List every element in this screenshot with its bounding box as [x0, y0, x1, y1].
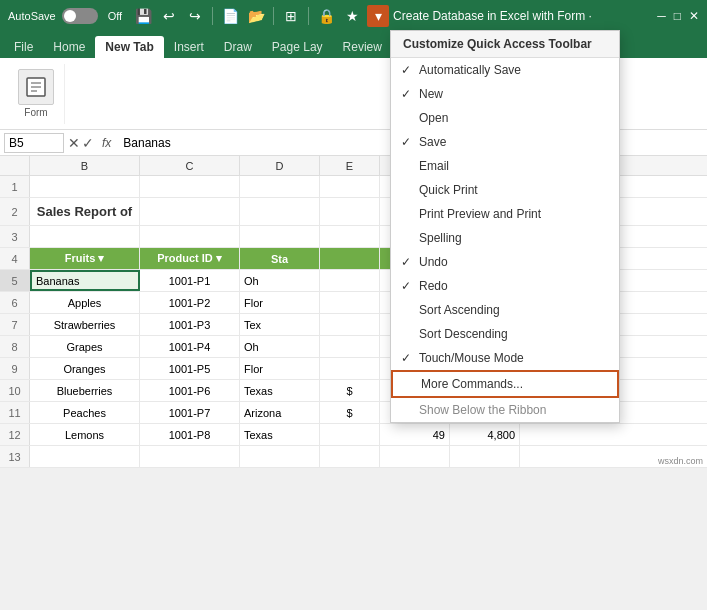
- cell-d5[interactable]: Oh: [240, 270, 320, 291]
- cell-b6[interactable]: Apples: [30, 292, 140, 313]
- menu-item-undo[interactable]: Undo: [391, 250, 619, 274]
- cell-e3[interactable]: [320, 226, 380, 247]
- menu-item-spelling[interactable]: Spelling: [391, 226, 619, 250]
- menu-item-autosave[interactable]: Automatically Save: [391, 58, 619, 82]
- open-icon[interactable]: 📂: [245, 5, 267, 27]
- menu-item-sortasc[interactable]: Sort Ascending: [391, 298, 619, 322]
- row-num-10: 10: [0, 380, 30, 401]
- cell-d11[interactable]: Arizona: [240, 402, 320, 423]
- col-header-e: E: [320, 156, 380, 175]
- cell-d1[interactable]: [240, 176, 320, 197]
- tab-newtab[interactable]: New Tab: [95, 36, 163, 58]
- cell-b12[interactable]: Lemons: [30, 424, 140, 445]
- menu-item-morecommands[interactable]: More Commands...: [391, 370, 619, 398]
- cell-b3[interactable]: [30, 226, 140, 247]
- redo-icon[interactable]: ↪: [184, 5, 206, 27]
- cell-d3[interactable]: [240, 226, 320, 247]
- cell-b1[interactable]: [30, 176, 140, 197]
- cell-e1[interactable]: [320, 176, 380, 197]
- confirm-formula-btn[interactable]: ✓: [82, 135, 94, 151]
- cell-e10[interactable]: $: [320, 380, 380, 401]
- menu-item-sortdesc[interactable]: Sort Descending: [391, 322, 619, 346]
- star-icon[interactable]: ★: [341, 5, 363, 27]
- cell-d12[interactable]: Texas: [240, 424, 320, 445]
- cell-d8[interactable]: Oh: [240, 336, 320, 357]
- tab-pagelayout[interactable]: Page Lay: [262, 36, 333, 58]
- menu-item-quickprint[interactable]: Quick Print: [391, 178, 619, 202]
- menu-item-redo[interactable]: Redo: [391, 274, 619, 298]
- save-icon[interactable]: 💾: [132, 5, 154, 27]
- cell-c9[interactable]: 1001-P5: [140, 358, 240, 379]
- tab-review[interactable]: Review: [333, 36, 392, 58]
- form-ribbon-icon[interactable]: [18, 69, 54, 105]
- cell-c11[interactable]: 1001-P7: [140, 402, 240, 423]
- cell-d9[interactable]: Flor: [240, 358, 320, 379]
- undo-icon[interactable]: ↩: [158, 5, 180, 27]
- menu-item-email[interactable]: Email: [391, 154, 619, 178]
- cell-c2[interactable]: [140, 198, 240, 225]
- cell-b8[interactable]: Grapes: [30, 336, 140, 357]
- cell-c10[interactable]: 1001-P6: [140, 380, 240, 401]
- cell-b11[interactable]: Peaches: [30, 402, 140, 423]
- close-btn[interactable]: ✕: [689, 9, 699, 23]
- cell-c13[interactable]: [140, 446, 240, 467]
- cell-c5[interactable]: 1001-P1: [140, 270, 240, 291]
- cell-b13[interactable]: [30, 446, 140, 467]
- cell-b5[interactable]: Bananas: [30, 270, 140, 291]
- customize-qa-toolbar-menu[interactable]: Customize Quick Access Toolbar Automatic…: [390, 30, 620, 423]
- col-header-c: C: [140, 156, 240, 175]
- new-doc-icon[interactable]: 📄: [219, 5, 241, 27]
- cell-d4-header[interactable]: Sta: [240, 248, 320, 269]
- cell-e11[interactable]: $: [320, 402, 380, 423]
- tab-draw[interactable]: Draw: [214, 36, 262, 58]
- cell-b9[interactable]: Oranges: [30, 358, 140, 379]
- cell-c1[interactable]: [140, 176, 240, 197]
- cell-e2[interactable]: [320, 198, 380, 225]
- minimize-btn[interactable]: ─: [657, 9, 666, 23]
- cell-d6[interactable]: Flor: [240, 292, 320, 313]
- cell-e8[interactable]: [320, 336, 380, 357]
- separator-2: [273, 7, 274, 25]
- restore-btn[interactable]: □: [674, 9, 681, 23]
- cell-c3[interactable]: [140, 226, 240, 247]
- cell-c12[interactable]: 1001-P8: [140, 424, 240, 445]
- tab-file[interactable]: File: [4, 36, 43, 58]
- cell-e12[interactable]: [320, 424, 380, 445]
- cell-d10[interactable]: Texas: [240, 380, 320, 401]
- form-icon[interactable]: ⊞: [280, 5, 302, 27]
- menu-item-touchmode[interactable]: Touch/Mouse Mode: [391, 346, 619, 370]
- cell-b7[interactable]: Strawberries: [30, 314, 140, 335]
- cell-f12[interactable]: 49: [380, 424, 450, 445]
- tab-home[interactable]: Home: [43, 36, 95, 58]
- cell-c7[interactable]: 1001-P3: [140, 314, 240, 335]
- cell-d2[interactable]: [240, 198, 320, 225]
- menu-item-save[interactable]: Save: [391, 130, 619, 154]
- cell-c6[interactable]: 1001-P2: [140, 292, 240, 313]
- menu-item-new[interactable]: New: [391, 82, 619, 106]
- cell-e4-header[interactable]: [320, 248, 380, 269]
- tab-insert[interactable]: Insert: [164, 36, 214, 58]
- cell-e7[interactable]: [320, 314, 380, 335]
- cell-e9[interactable]: [320, 358, 380, 379]
- customize-qa-icon[interactable]: ▾: [367, 5, 389, 27]
- cell-b2[interactable]: Sales Report of: [30, 198, 140, 225]
- cell-e6[interactable]: [320, 292, 380, 313]
- menu-item-open[interactable]: Open: [391, 106, 619, 130]
- cell-reference-input[interactable]: [4, 133, 64, 153]
- cell-c8[interactable]: 1001-P4: [140, 336, 240, 357]
- autosave-toggle[interactable]: [62, 8, 98, 24]
- lock-icon[interactable]: 🔒: [315, 5, 337, 27]
- menu-item-printpreview[interactable]: Print Preview and Print: [391, 202, 619, 226]
- cell-b10[interactable]: Blueberries: [30, 380, 140, 401]
- cell-d7[interactable]: Tex: [240, 314, 320, 335]
- cell-f13[interactable]: [380, 446, 450, 467]
- cell-e13[interactable]: [320, 446, 380, 467]
- cell-b4-header[interactable]: Fruits ▾: [30, 248, 140, 269]
- cell-d13[interactable]: [240, 446, 320, 467]
- menu-item-showbelow[interactable]: Show Below the Ribbon: [391, 398, 619, 422]
- cell-e5[interactable]: [320, 270, 380, 291]
- cell-g12[interactable]: 4,800: [450, 424, 520, 445]
- cell-g13[interactable]: [450, 446, 520, 467]
- cell-c4-header[interactable]: Product ID ▾: [140, 248, 240, 269]
- cancel-formula-btn[interactable]: ✕: [68, 135, 80, 151]
